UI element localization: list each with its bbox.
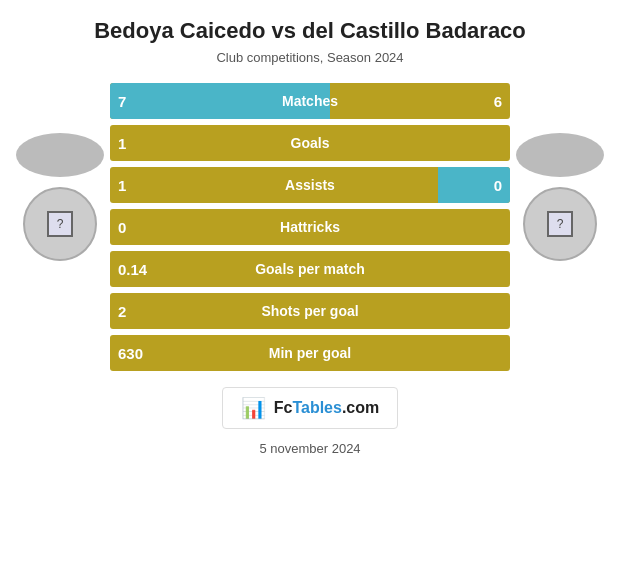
bar-label-6: Min per goal <box>269 345 351 361</box>
bar-label-0: Matches <box>282 93 338 109</box>
right-avatar-placeholder: ? <box>547 211 573 237</box>
bar-left-value-1: 1 <box>118 135 126 152</box>
right-avatar-column: ? <box>510 83 610 261</box>
bar-row-4: 0.14Goals per match <box>110 251 510 287</box>
right-ellipse <box>516 133 604 177</box>
left-ellipse <box>16 133 104 177</box>
bar-left-value-2: 1 <box>118 177 126 194</box>
logo-text: FcTables.com <box>274 399 380 417</box>
left-avatar: ? <box>23 187 97 261</box>
bar-right-value-2: 0 <box>494 177 502 194</box>
bar-left-value-5: 2 <box>118 303 126 320</box>
bar-bg-3: 0Hattricks <box>110 209 510 245</box>
bar-bg-1: 1Goals <box>110 125 510 161</box>
bar-right-value-0: 6 <box>494 93 502 110</box>
bar-bg-5: 2Shots per goal <box>110 293 510 329</box>
bar-row-5: 2Shots per goal <box>110 293 510 329</box>
bar-row-2: 1Assists0 <box>110 167 510 203</box>
bar-label-4: Goals per match <box>255 261 365 277</box>
bar-bg-4: 0.14Goals per match <box>110 251 510 287</box>
logo-icon: 📊 <box>241 396 266 420</box>
stats-bars: 7Matches61Goals1Assists00Hattricks0.14Go… <box>110 83 510 371</box>
bar-bg-6: 630Min per goal <box>110 335 510 371</box>
bar-row-6: 630Min per goal <box>110 335 510 371</box>
bar-bg-0: 7Matches6 <box>110 83 510 119</box>
date-text: 5 november 2024 <box>259 441 360 456</box>
bar-left-value-3: 0 <box>118 219 126 236</box>
bar-left-value-6: 630 <box>118 345 143 362</box>
bar-bg-2: 1Assists0 <box>110 167 510 203</box>
main-container: Bedoya Caicedo vs del Castillo Badaraco … <box>0 0 620 580</box>
subtitle: Club competitions, Season 2024 <box>216 50 403 65</box>
left-avatar-column: ? <box>10 83 110 261</box>
left-avatar-placeholder: ? <box>47 211 73 237</box>
bar-label-3: Hattricks <box>280 219 340 235</box>
bar-label-1: Goals <box>291 135 330 151</box>
page-title: Bedoya Caicedo vs del Castillo Badaraco <box>94 18 526 44</box>
bar-label-5: Shots per goal <box>261 303 358 319</box>
bar-left-value-0: 7 <box>118 93 126 110</box>
logo-area: 📊 FcTables.com <box>222 387 399 429</box>
bar-label-2: Assists <box>285 177 335 193</box>
bar-row-3: 0Hattricks <box>110 209 510 245</box>
bar-row-1: 1Goals <box>110 125 510 161</box>
comparison-wrapper: ? 7Matches61Goals1Assists00Hattricks0.14… <box>10 83 610 371</box>
right-avatar: ? <box>523 187 597 261</box>
bar-left-value-4: 0.14 <box>118 261 147 278</box>
bar-row-0: 7Matches6 <box>110 83 510 119</box>
